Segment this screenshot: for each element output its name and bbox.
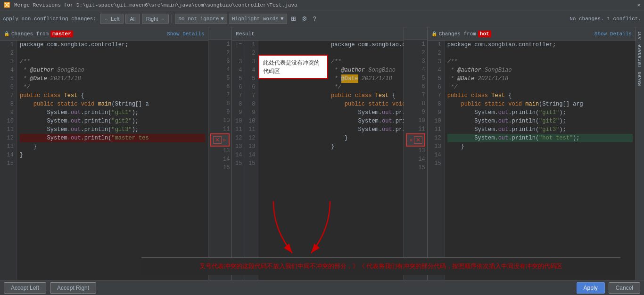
chevron-down-icon-2: ▼	[281, 16, 284, 22]
separator-1	[172, 14, 172, 24]
database-tab[interactable]: Database	[636, 42, 644, 69]
left-show-details[interactable]: Show Details	[167, 31, 204, 37]
ant-tab[interactable]: Ant	[636, 29, 644, 41]
right-button[interactable]: Right →	[142, 14, 169, 24]
lock-icon-right: 🔒	[431, 31, 437, 37]
result-panel-header: Result	[232, 27, 403, 41]
left-code-lines: package com.songbiao.controller; /** * @…	[17, 41, 208, 280]
all-button[interactable]: All	[125, 14, 140, 24]
center-line-numbers-left: 12 34 56 78 910 11 ✕ » 131415	[208, 27, 232, 280]
center-line-numbers-right: 12 34 56 78 910 11 « ✕ 131415	[404, 27, 428, 280]
annotation-1: 此处代表是没有冲突的代码区	[258, 55, 328, 79]
dialog-title: Merge Revisions for D:\git-space\git_mav…	[14, 2, 297, 8]
chevron-down-icon: ▼	[221, 16, 224, 22]
right-code-area: 12345 678910 1112131415 package com.song…	[428, 41, 636, 280]
left-button[interactable]: ← Left	[100, 14, 124, 24]
close-btn[interactable]: ✕	[637, 2, 640, 8]
accept-left-btn-2[interactable]: «	[408, 137, 414, 143]
result-label: Result	[236, 31, 255, 37]
left-branch-name: master	[50, 31, 73, 37]
status-text: No changes. 1 conflict.	[570, 16, 641, 22]
toolbar: Apply non-conflicting changes: ← Left Al…	[0, 10, 644, 27]
reject-left-btn[interactable]: ✕	[213, 136, 222, 144]
left-line-numbers: 12345 678910 1112131415	[0, 41, 17, 280]
ignore-dropdown[interactable]: Do not ignore ▼	[175, 14, 227, 24]
highlight-dropdown[interactable]: Highlight words ▼	[229, 14, 287, 24]
title-bar: 🔀 Merge Revisions for D:\git-space\git_m…	[0, 0, 644, 10]
annotation-overlay: 叉号代表冲突的这段代码不放入我们中间不冲突的部分，》《 代表将我们有冲突的部分代…	[141, 257, 620, 275]
accept-right-btn[interactable]: »	[222, 137, 228, 143]
grid-icon-btn[interactable]: ⊞	[289, 14, 298, 24]
lock-icon: 🔒	[4, 31, 9, 37]
right-line-numbers: 12345 678910 1112131415	[428, 41, 445, 280]
right-show-details[interactable]: Show Details	[594, 31, 632, 37]
left-code-area: 12345 678910 1112131415 package com.song…	[0, 41, 208, 280]
cancel-button[interactable]: Cancel	[609, 282, 640, 294]
annotation-text: 叉号代表冲突的这段代码不放入我们中间不冲突的部分，》《 代表将我们有冲突的部分代…	[151, 262, 611, 271]
reject-right-btn[interactable]: ✕	[414, 136, 422, 144]
left-panel-header: 🔒 Changes from master Show Details	[0, 27, 208, 41]
maven-tab[interactable]: Maven	[636, 70, 644, 88]
right-panel: 🔒 Changes from hot Show Details 12345 67…	[428, 27, 636, 280]
right-branch-name: hot	[478, 31, 491, 37]
settings-icon-btn[interactable]: ⚙	[300, 14, 309, 24]
accept-left-button[interactable]: Accept Left	[4, 282, 46, 294]
bottom-bar: Accept Left Accept Right Apply Cancel	[0, 280, 644, 295]
apply-label: Apply non-conflicting changes:	[3, 16, 96, 22]
accept-right-button[interactable]: Accept Right	[50, 282, 96, 294]
right-sidebar: Ant Database Maven	[636, 27, 644, 280]
right-panel-header: 🔒 Changes from hot Show Details	[428, 27, 636, 41]
right-code-lines: package com.songbiao.controller; /** * @…	[445, 41, 636, 280]
help-icon-btn[interactable]: ?	[311, 14, 318, 24]
apply-button[interactable]: Apply	[577, 282, 605, 294]
left-panel: 🔒 Changes from master Show Details 12345…	[0, 27, 208, 280]
